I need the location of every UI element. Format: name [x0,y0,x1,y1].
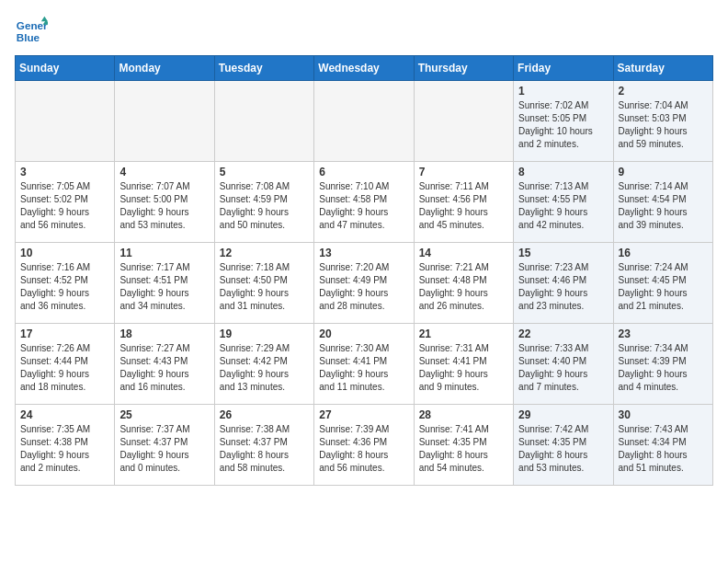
calendar-cell: 22Sunrise: 7:33 AM Sunset: 4:40 PM Dayli… [514,324,613,405]
calendar-cell: 13Sunrise: 7:20 AM Sunset: 4:49 PM Dayli… [314,243,414,324]
calendar-cell: 29Sunrise: 7:42 AM Sunset: 4:35 PM Dayli… [514,405,613,486]
day-number: 1 [518,85,608,98]
calendar-cell: 27Sunrise: 7:39 AM Sunset: 4:36 PM Dayli… [314,405,414,486]
day-info: Sunrise: 7:37 AM Sunset: 4:37 PM Dayligh… [119,423,209,475]
calendar-cell: 14Sunrise: 7:21 AM Sunset: 4:48 PM Dayli… [414,243,513,324]
calendar-cell: 3Sunrise: 7:05 AM Sunset: 5:02 PM Daylig… [16,162,115,243]
calendar-cell: 4Sunrise: 7:07 AM Sunset: 5:00 PM Daylig… [115,162,214,243]
day-info: Sunrise: 7:13 AM Sunset: 4:55 PM Dayligh… [518,180,608,232]
day-info: Sunrise: 7:07 AM Sunset: 5:00 PM Dayligh… [119,180,209,232]
day-number: 6 [319,166,408,178]
svg-text:Blue: Blue [17,31,40,43]
calendar-cell: 16Sunrise: 7:24 AM Sunset: 4:45 PM Dayli… [613,243,712,324]
day-number: 21 [419,327,508,340]
day-info: Sunrise: 7:34 AM Sunset: 4:39 PM Dayligh… [619,342,708,394]
week-row-2: 10Sunrise: 7:16 AM Sunset: 4:52 PM Dayli… [16,243,713,324]
day-info: Sunrise: 7:38 AM Sunset: 4:37 PM Dayligh… [220,423,309,475]
calendar-cell: 30Sunrise: 7:43 AM Sunset: 4:34 PM Dayli… [613,405,712,486]
calendar-cell [314,81,414,162]
calendar-cell: 23Sunrise: 7:34 AM Sunset: 4:39 PM Dayli… [613,324,712,405]
day-info: Sunrise: 7:29 AM Sunset: 4:42 PM Dayligh… [220,342,309,394]
day-info: Sunrise: 7:30 AM Sunset: 4:41 PM Dayligh… [319,342,408,394]
calendar-cell: 8Sunrise: 7:13 AM Sunset: 4:55 PM Daylig… [514,162,613,243]
day-info: Sunrise: 7:18 AM Sunset: 4:50 PM Dayligh… [220,261,309,313]
day-info: Sunrise: 7:14 AM Sunset: 4:54 PM Dayligh… [619,180,708,232]
page-header: General Blue [15,15,713,48]
header-monday: Monday [115,56,214,81]
day-number: 23 [619,327,708,340]
calendar-cell: 11Sunrise: 7:17 AM Sunset: 4:51 PM Dayli… [115,243,214,324]
logo-icon: General Blue [15,15,48,48]
day-number: 24 [20,408,109,421]
calendar-cell [414,81,513,162]
day-number: 5 [220,166,309,178]
day-number: 20 [319,327,408,340]
day-info: Sunrise: 7:24 AM Sunset: 4:45 PM Dayligh… [619,261,708,313]
calendar-cell [16,81,115,162]
day-number: 27 [319,408,408,421]
day-info: Sunrise: 7:10 AM Sunset: 4:58 PM Dayligh… [319,180,408,232]
day-number: 22 [518,327,608,340]
day-info: Sunrise: 7:27 AM Sunset: 4:43 PM Dayligh… [119,342,209,394]
calendar-body: 1Sunrise: 7:02 AM Sunset: 5:05 PM Daylig… [16,81,713,486]
day-number: 7 [419,166,508,178]
day-info: Sunrise: 7:26 AM Sunset: 4:44 PM Dayligh… [20,342,109,394]
calendar-cell: 21Sunrise: 7:31 AM Sunset: 4:41 PM Dayli… [414,324,513,405]
calendar-cell: 6Sunrise: 7:10 AM Sunset: 4:58 PM Daylig… [314,162,414,243]
calendar-header-row: SundayMondayTuesdayWednesdayThursdayFrid… [16,56,713,81]
day-number: 18 [119,327,209,340]
calendar-cell: 28Sunrise: 7:41 AM Sunset: 4:35 PM Dayli… [414,405,513,486]
day-info: Sunrise: 7:05 AM Sunset: 5:02 PM Dayligh… [20,180,109,232]
day-info: Sunrise: 7:20 AM Sunset: 4:49 PM Dayligh… [319,261,408,313]
day-number: 12 [220,247,309,259]
calendar-cell [214,81,313,162]
header-friday: Friday [514,56,613,81]
header-sunday: Sunday [16,56,115,81]
calendar-cell: 26Sunrise: 7:38 AM Sunset: 4:37 PM Dayli… [214,405,313,486]
day-number: 10 [20,247,109,259]
day-info: Sunrise: 7:23 AM Sunset: 4:46 PM Dayligh… [518,261,608,313]
calendar-cell: 15Sunrise: 7:23 AM Sunset: 4:46 PM Dayli… [514,243,613,324]
day-number: 28 [419,408,508,421]
calendar-cell [115,81,214,162]
calendar-cell: 25Sunrise: 7:37 AM Sunset: 4:37 PM Dayli… [115,405,214,486]
calendar-cell: 17Sunrise: 7:26 AM Sunset: 4:44 PM Dayli… [16,324,115,405]
calendar-cell: 7Sunrise: 7:11 AM Sunset: 4:56 PM Daylig… [414,162,513,243]
day-number: 2 [619,85,708,98]
week-row-4: 24Sunrise: 7:35 AM Sunset: 4:38 PM Dayli… [16,405,713,486]
day-number: 19 [220,327,309,340]
day-number: 4 [119,166,209,178]
week-row-0: 1Sunrise: 7:02 AM Sunset: 5:05 PM Daylig… [16,81,713,162]
day-info: Sunrise: 7:42 AM Sunset: 4:35 PM Dayligh… [518,423,608,475]
day-number: 15 [518,247,608,259]
header-tuesday: Tuesday [214,56,313,81]
logo: General Blue [15,15,51,48]
day-info: Sunrise: 7:35 AM Sunset: 4:38 PM Dayligh… [20,423,109,475]
day-info: Sunrise: 7:17 AM Sunset: 4:51 PM Dayligh… [119,261,209,313]
calendar-cell: 2Sunrise: 7:04 AM Sunset: 5:03 PM Daylig… [613,81,712,162]
day-number: 3 [20,166,109,178]
day-info: Sunrise: 7:31 AM Sunset: 4:41 PM Dayligh… [419,342,508,394]
calendar-cell: 12Sunrise: 7:18 AM Sunset: 4:50 PM Dayli… [214,243,313,324]
day-number: 17 [20,327,109,340]
calendar-cell: 19Sunrise: 7:29 AM Sunset: 4:42 PM Dayli… [214,324,313,405]
day-info: Sunrise: 7:02 AM Sunset: 5:05 PM Dayligh… [518,99,608,151]
day-number: 14 [419,247,508,259]
calendar-cell: 24Sunrise: 7:35 AM Sunset: 4:38 PM Dayli… [16,405,115,486]
week-row-1: 3Sunrise: 7:05 AM Sunset: 5:02 PM Daylig… [16,162,713,243]
calendar-cell: 10Sunrise: 7:16 AM Sunset: 4:52 PM Dayli… [16,243,115,324]
day-info: Sunrise: 7:33 AM Sunset: 4:40 PM Dayligh… [518,342,608,394]
header-saturday: Saturday [613,56,712,81]
day-info: Sunrise: 7:21 AM Sunset: 4:48 PM Dayligh… [419,261,508,313]
calendar-cell: 20Sunrise: 7:30 AM Sunset: 4:41 PM Dayli… [314,324,414,405]
day-info: Sunrise: 7:08 AM Sunset: 4:59 PM Dayligh… [220,180,309,232]
day-number: 25 [119,408,209,421]
header-wednesday: Wednesday [314,56,414,81]
day-info: Sunrise: 7:16 AM Sunset: 4:52 PM Dayligh… [20,261,109,313]
calendar-cell: 1Sunrise: 7:02 AM Sunset: 5:05 PM Daylig… [514,81,613,162]
day-number: 30 [619,408,708,421]
day-number: 11 [119,247,209,259]
calendar-cell: 5Sunrise: 7:08 AM Sunset: 4:59 PM Daylig… [214,162,313,243]
day-number: 8 [518,166,608,178]
day-number: 9 [619,166,708,178]
